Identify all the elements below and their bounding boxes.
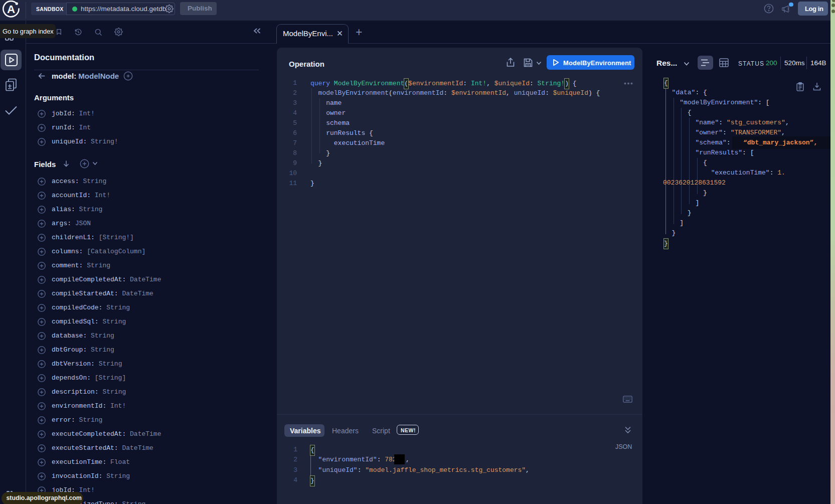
svg-text:A: A bbox=[7, 3, 15, 16]
